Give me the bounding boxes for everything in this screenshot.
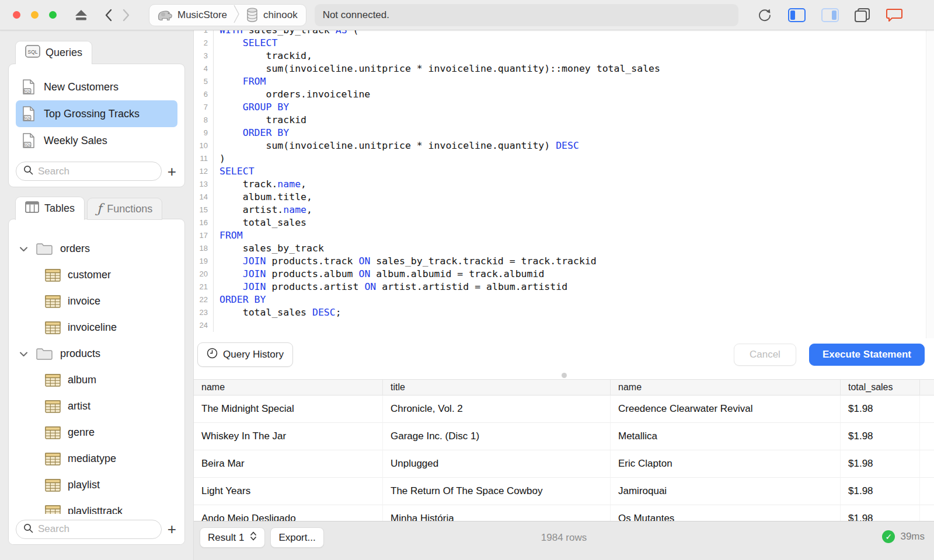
code-line[interactable]: 9 ORDER BY	[194, 127, 934, 139]
query-item[interactable]: SQLTop Grossing Tracks	[16, 100, 177, 127]
column-header[interactable]: name	[194, 380, 383, 396]
table-cell[interactable]	[920, 505, 934, 521]
table-item[interactable]: album	[15, 367, 179, 393]
table-cell[interactable]: $1.98	[841, 505, 920, 521]
code-line[interactable]: 13 track.name,	[194, 178, 934, 191]
toggle-right-sidebar-icon[interactable]	[821, 8, 839, 22]
code-line[interactable]: 16 total_sales	[194, 216, 934, 229]
table-cell[interactable]: Unplugged	[383, 450, 611, 478]
minimize-button[interactable]	[31, 11, 39, 19]
code-line[interactable]: 8 trackid	[194, 114, 934, 127]
code-line[interactable]: 24	[194, 319, 934, 332]
tab-functions[interactable]: ƒ Functions	[87, 198, 162, 220]
code-line[interactable]: 21 JOIN products.artist ON artist.artist…	[194, 281, 934, 293]
table-cell[interactable]: Os Mutantes	[611, 505, 841, 521]
code-line[interactable]: 14 album.title,	[194, 191, 934, 204]
code-line[interactable]: 7 GROUP BY	[194, 101, 934, 114]
code-line[interactable]: 2 SELECT	[194, 37, 934, 50]
table-cell[interactable]: $1.98	[841, 478, 920, 505]
tables-search[interactable]	[16, 520, 162, 539]
table-cell[interactable]: Ando Meio Desligado	[194, 505, 383, 521]
breadcrumb-server[interactable]: MusicStore	[177, 9, 227, 21]
code-line[interactable]: 15 artist.name,	[194, 204, 934, 216]
table-item[interactable]: playlist	[15, 472, 179, 498]
tables-search-input[interactable]	[38, 523, 154, 535]
table-cell[interactable]: Creedence Clearwater Revival	[611, 396, 841, 423]
cancel-button[interactable]: Cancel	[734, 344, 796, 366]
add-query-button[interactable]: +	[166, 164, 177, 179]
zoom-button[interactable]	[49, 11, 57, 19]
query-history-button[interactable]: Query History	[197, 342, 293, 367]
code-line[interactable]: 18 sales_by_track	[194, 242, 934, 255]
code-line[interactable]: 3 trackid,	[194, 50, 934, 62]
windows-icon[interactable]	[855, 8, 870, 22]
code-line[interactable]: 20 JOIN products.album ON album.albumid …	[194, 268, 934, 281]
query-item[interactable]: SQLWeekly Sales	[16, 127, 177, 154]
table-item[interactable]: customer	[15, 262, 179, 288]
editor-scrollbar[interactable]	[926, 30, 934, 338]
table-cell[interactable]: Eric Clapton	[611, 450, 841, 478]
code-line[interactable]: 5 FROM	[194, 75, 934, 88]
code-line[interactable]: 12SELECT	[194, 165, 934, 178]
forward-button[interactable]	[122, 9, 130, 22]
table-cell[interactable]: The Return Of The Space Cowboy	[383, 478, 611, 505]
table-row[interactable]: The Midnight SpecialChronicle, Vol. 2Cre…	[194, 396, 934, 423]
table-cell[interactable]: Beira Mar	[194, 450, 383, 478]
code-line[interactable]: 11)	[194, 152, 934, 165]
query-item[interactable]: SQLNew Customers	[16, 74, 177, 100]
table-cell[interactable]	[920, 478, 934, 505]
table-cell[interactable]	[920, 396, 934, 423]
table-cell[interactable]: $1.98	[841, 450, 920, 478]
code-line[interactable]: 10 sum(invoiceline.unitprice * invoiceli…	[194, 139, 934, 152]
table-item[interactable]: artist	[15, 393, 179, 419]
close-button[interactable]	[13, 11, 20, 19]
column-header[interactable]: name	[611, 380, 841, 396]
back-button[interactable]	[104, 9, 113, 22]
result-selector[interactable]: Result 1	[200, 527, 265, 548]
table-cell[interactable]: Whiskey In The Jar	[194, 423, 383, 450]
code-line[interactable]: 23 total_sales DESC;	[194, 306, 934, 319]
breadcrumb-database[interactable]: chinook	[263, 9, 298, 21]
chevron-down-icon[interactable]	[19, 351, 28, 357]
add-table-button[interactable]: +	[166, 522, 177, 537]
table-item[interactable]: invoiceline	[15, 314, 179, 341]
tab-queries[interactable]: SQL Queries	[15, 41, 92, 64]
table-row[interactable]: Beira MarUnpluggedEric Clapton$1.98	[194, 450, 934, 478]
column-header[interactable]	[920, 380, 934, 396]
table-row[interactable]: Whiskey In The JarGarage Inc. (Disc 1)Me…	[194, 423, 934, 450]
schema-folder-item[interactable]: orders	[15, 236, 179, 262]
table-item[interactable]: invoice	[15, 288, 179, 314]
schema-folder-item[interactable]: products	[15, 341, 179, 367]
column-header[interactable]: title	[383, 380, 611, 396]
table-item[interactable]: mediatype	[15, 446, 179, 472]
table-cell[interactable]	[920, 423, 934, 450]
table-row[interactable]: Light YearsThe Return Of The Space Cowbo…	[194, 478, 934, 505]
table-cell[interactable]: Metallica	[611, 423, 841, 450]
code-line[interactable]: 4 sum(invoiceline.unitprice * invoicelin…	[194, 62, 934, 75]
chat-icon[interactable]	[886, 8, 903, 23]
code-line[interactable]: 6 orders.invoiceline	[194, 88, 934, 101]
table-cell[interactable]	[920, 450, 934, 478]
table-item[interactable]: genre	[15, 419, 179, 446]
eject-icon[interactable]	[74, 9, 88, 21]
code-line[interactable]: 19 JOIN products.track ON sales_by_track…	[194, 255, 934, 268]
table-cell[interactable]: $1.98	[841, 423, 920, 450]
chevron-down-icon[interactable]	[19, 246, 28, 252]
table-cell[interactable]: Jamiroquai	[611, 478, 841, 505]
table-cell[interactable]: Chronicle, Vol. 2	[383, 396, 611, 423]
code-line[interactable]: 22ORDER BY	[194, 293, 934, 306]
code-line[interactable]: 17FROM	[194, 229, 934, 242]
queries-search-input[interactable]	[38, 166, 154, 177]
sql-editor[interactable]: 1WITH sales_by_track AS (2 SELECT3 track…	[194, 30, 934, 338]
table-cell[interactable]: Minha História	[383, 505, 611, 521]
execute-statement-button[interactable]: Execute Statement	[809, 344, 925, 366]
queries-search[interactable]	[16, 162, 162, 181]
code-line[interactable]: 1WITH sales_by_track AS (	[194, 30, 934, 37]
export-button[interactable]: Export...	[270, 527, 323, 548]
table-cell[interactable]: Garage Inc. (Disc 1)	[383, 423, 611, 450]
table-row[interactable]: Ando Meio DesligadoMinha HistóriaOs Muta…	[194, 505, 934, 521]
table-cell[interactable]: $1.98	[841, 396, 920, 423]
refresh-icon[interactable]	[757, 8, 772, 23]
column-header[interactable]: total_sales	[841, 380, 920, 396]
splitter-handle-icon[interactable]	[562, 373, 567, 378]
